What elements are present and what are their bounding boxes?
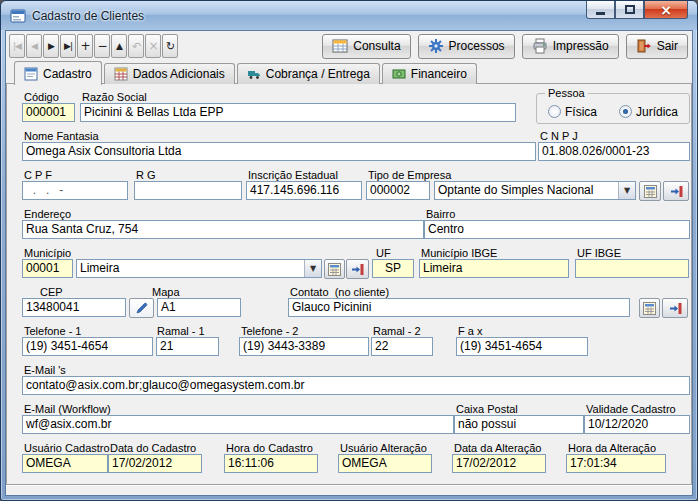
- nav-insert-icon: +: [80, 39, 89, 53]
- tab-cadastro[interactable]: Cadastro: [14, 61, 102, 85]
- nav-edit-icon: ▲: [116, 41, 122, 51]
- uf-field[interactable]: SP: [372, 259, 414, 278]
- usuario-alteracao-field[interactable]: OMEGA: [338, 454, 432, 473]
- radio-juridica[interactable]: Jurídica: [619, 105, 678, 119]
- hora-cadastro-field[interactable]: 16:11:06: [224, 454, 318, 473]
- razao-social-field[interactable]: Picinini & Bellas Ltda EPP: [80, 103, 516, 122]
- tipo-empresa-combo[interactable]: Optante do Simples Nacional ▼: [434, 181, 636, 200]
- cpf-label: C P F: [24, 169, 52, 181]
- nav-refresh-icon: ↻: [166, 40, 174, 53]
- nav-refresh-button[interactable]: ↻: [162, 34, 178, 58]
- contato-field[interactable]: Glauco Picinini: [288, 298, 630, 317]
- uf-ibge-label: UF IBGE: [577, 247, 621, 259]
- email-workflow-label: E-Mail (Workflow): [24, 403, 111, 415]
- telefone1-field[interactable]: (19) 3451-4654: [22, 337, 153, 356]
- inscricao-estadual-label: Inscrição Estadual: [248, 169, 338, 181]
- title-bar: Cadastro de Clientes ×: [1, 1, 697, 30]
- tipo-empresa-open-button[interactable]: [663, 181, 689, 201]
- chevron-down-icon[interactable]: ▼: [618, 182, 635, 199]
- open-record-icon: [351, 263, 364, 276]
- nav-delete-button[interactable]: −: [94, 34, 110, 58]
- radio-fisica[interactable]: Física: [548, 105, 597, 119]
- cep-label: CEP: [40, 286, 63, 298]
- impressao-button[interactable]: Impressão: [522, 34, 619, 59]
- cpf-field[interactable]: . . -: [22, 181, 128, 200]
- email-workflow-field[interactable]: wf@asix.com.br: [22, 415, 454, 434]
- pessoa-label: Pessoa: [545, 87, 588, 99]
- emails-field[interactable]: contato@asix.com.br;glauco@omegasystem.c…: [22, 376, 690, 395]
- municipio-label: Município: [24, 247, 71, 259]
- usuario-alteracao-label: Usuário Alteração: [340, 442, 427, 454]
- nav-undo-button[interactable]: ↶: [128, 34, 144, 58]
- toolbar: |◀ ◀ ▶ ▶| + − ▲ ↶ × ↻ Consulta Processos…: [9, 32, 688, 60]
- data-cadastro-field[interactable]: 17/02/2012: [108, 454, 202, 473]
- mapa-label: Mapa: [152, 286, 180, 298]
- cep-edit-button[interactable]: [129, 298, 154, 318]
- mapa-field[interactable]: A1: [157, 298, 241, 317]
- fax-field[interactable]: (19) 3451-4654: [456, 337, 588, 356]
- client-area: |◀ ◀ ▶ ▶| + − ▲ ↶ × ↻ Consulta Processos…: [5, 30, 693, 496]
- tipo-empresa-code-field[interactable]: 000002: [366, 181, 430, 200]
- nome-fantasia-field[interactable]: Omega Asix Consultoria Ltda: [22, 142, 536, 161]
- tab-financeiro[interactable]: Financeiro: [382, 63, 477, 84]
- processos-button[interactable]: Processos: [418, 34, 515, 59]
- tab-dados-adicionais[interactable]: Dados Adicionais: [104, 63, 235, 84]
- municipio-code-field[interactable]: 00001: [22, 259, 73, 278]
- ramal2-field[interactable]: 22: [371, 337, 433, 356]
- minimize-icon: [596, 12, 605, 15]
- nav-insert-button[interactable]: +: [77, 34, 93, 58]
- hora-alteracao-field[interactable]: 17:01:34: [566, 454, 666, 473]
- radio-unchecked-icon: [548, 105, 561, 118]
- close-icon: ×: [660, 3, 672, 17]
- cnpj-field[interactable]: 01.808.026/0001-23: [538, 142, 690, 161]
- ramal1-field[interactable]: 21: [156, 337, 219, 356]
- usuario-cadastro-field[interactable]: OMEGA: [22, 454, 108, 473]
- maximize-icon: [625, 5, 635, 14]
- tab-dados-adicionais-label: Dados Adicionais: [133, 67, 225, 81]
- endereco-field[interactable]: Rua Santa Cruz, 754: [22, 220, 424, 239]
- nav-cancel-button[interactable]: ×: [145, 34, 161, 58]
- tipo-empresa-combo-value: Optante do Simples Nacional: [435, 182, 618, 199]
- municipio-lookup-button[interactable]: [324, 259, 345, 279]
- validade-cadastro-field[interactable]: 10/12/2020: [584, 415, 690, 434]
- rg-field[interactable]: [134, 181, 242, 200]
- minimize-button[interactable]: [586, 1, 615, 19]
- nav-next-button[interactable]: ▶: [43, 34, 59, 58]
- consulta-button[interactable]: Consulta: [322, 34, 410, 59]
- nav-prior-button[interactable]: ◀: [26, 34, 42, 58]
- uf-ibge-field[interactable]: [575, 259, 689, 278]
- municipio-combo[interactable]: Limeira ▼: [76, 259, 322, 278]
- close-button[interactable]: ×: [644, 1, 688, 19]
- nav-last-button[interactable]: ▶|: [60, 34, 76, 58]
- radio-checked-icon: [619, 105, 632, 118]
- codigo-field[interactable]: 000001: [22, 103, 75, 122]
- municipio-ibge-field[interactable]: Limeira: [419, 259, 569, 278]
- radio-fisica-label: Física: [565, 105, 597, 119]
- tipo-empresa-lookup-button[interactable]: [639, 181, 661, 201]
- data-alteracao-field[interactable]: 17/02/2012: [452, 454, 546, 473]
- contato-lookup-button[interactable]: [639, 298, 660, 318]
- telefone1-label: Telefone - 1: [24, 325, 81, 337]
- status-bar: [6, 485, 692, 495]
- bairro-field[interactable]: Centro: [424, 220, 690, 239]
- nav-first-button[interactable]: |◀: [9, 34, 25, 58]
- money-icon: [392, 67, 406, 81]
- gear-icon: [428, 38, 444, 54]
- chevron-down-icon[interactable]: ▼: [304, 260, 321, 277]
- sair-button[interactable]: Sair: [626, 34, 688, 59]
- inscricao-estadual-field[interactable]: 417.145.696.116: [246, 181, 362, 200]
- tab-cobranca-entrega-label: Cobrança / Entrega: [266, 67, 370, 81]
- nav-edit-button[interactable]: ▲: [111, 34, 127, 58]
- window-title: Cadastro de Clientes: [32, 9, 144, 23]
- contato-open-button[interactable]: [662, 298, 688, 318]
- tipo-empresa-label: Tipo de Empresa: [368, 169, 451, 181]
- ramal2-label: Ramal - 2: [373, 325, 421, 337]
- maximize-button[interactable]: [615, 1, 644, 19]
- tab-cobranca-entrega[interactable]: Cobrança / Entrega: [237, 63, 380, 84]
- table-grid-icon: [332, 38, 348, 54]
- caixa-postal-label: Caixa Postal: [456, 403, 518, 415]
- caixa-postal-field[interactable]: não possui: [454, 415, 584, 434]
- municipio-open-button[interactable]: [346, 259, 369, 279]
- cep-field[interactable]: 13480041: [22, 298, 126, 317]
- telefone2-field[interactable]: (19) 3443-3389: [239, 337, 369, 356]
